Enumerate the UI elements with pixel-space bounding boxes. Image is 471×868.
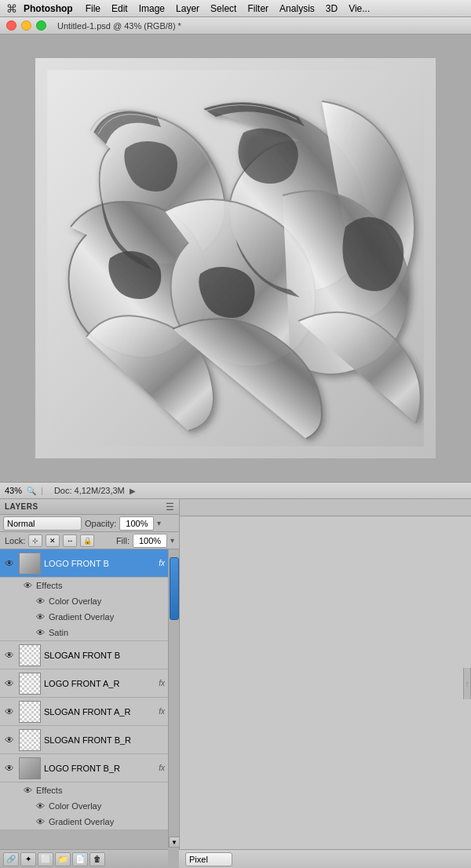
lock-row: Lock: ⊹ ✕ ↔ 🔒 Fill: ▾ (0, 532, 179, 549)
opacity-arrow-icon[interactable]: ▾ (157, 519, 161, 527)
layer-thumb-slogan-front-b (19, 644, 41, 666)
link-layers-button[interactable]: 🔗 (3, 852, 19, 866)
status-arrow-icon[interactable]: ▶ (130, 487, 136, 495)
layer-visibility-slogan-front-ar[interactable]: 👁 (3, 706, 16, 718)
menu-analysis[interactable]: Analysis (279, 3, 315, 14)
effects-header-eye-icon[interactable]: 👁 (22, 580, 33, 591)
layer-row-logo-front-br[interactable]: 👁 LOGO FRONT B_R fx ▲ (0, 754, 179, 782)
effect-gradient-overlay-row[interactable]: 👁 Gradient Overlay (0, 609, 179, 625)
bottom-bar: Pixel Percent cm (179, 849, 471, 868)
opacity-input[interactable] (119, 516, 154, 531)
layer-thumb-logo-front-br (19, 757, 41, 779)
gradient-overlay-label-br: Gradient Overlay (49, 817, 114, 826)
scrollbar-track (169, 549, 179, 848)
blend-mode-select[interactable]: Normal Multiply Screen (3, 516, 82, 531)
menu-3d[interactable]: 3D (326, 3, 338, 14)
effect-satin-row[interactable]: 👁 Satin (0, 625, 179, 640)
layers-panel-title: LAYERS (5, 502, 38, 511)
satin-eye-icon[interactable]: 👁 (35, 627, 46, 638)
right-panel: ⋮ (179, 499, 471, 868)
panel-resize-handle[interactable]: ⋮ (463, 668, 471, 699)
doc-size: Doc: 4,12M/23,3M (54, 486, 125, 495)
layer-row-slogan-front-b[interactable]: 👁 SLOGAN FRONT B (0, 641, 179, 669)
menu-filter[interactable]: Filter (247, 3, 268, 14)
fill-label: Fill: (116, 536, 130, 545)
layer-logo-front-b[interactable]: 👁 LOGO FRONT B fx ▲ 👁 Effects 👁 Color Ov… (0, 549, 179, 641)
lock-label: Lock: (5, 536, 25, 545)
maximize-button[interactable] (36, 20, 46, 31)
scrollbar-down-arrow[interactable]: ▼ (169, 837, 180, 848)
status-bar: 43% 🔍 | Doc: 4,12M/23,3M ▶ (0, 482, 471, 499)
effects-header-label-br: Effects (36, 786, 62, 795)
layers-panel: LAYERS ☰ Normal Multiply Screen Opacity:… (0, 499, 179, 868)
canvas-inner (35, 58, 436, 458)
menu-select[interactable]: Select (210, 3, 236, 14)
layer-visibility-slogan-front-b[interactable]: 👁 (3, 649, 16, 662)
effect-color-overlay-row[interactable]: 👁 Color Overlay (0, 593, 179, 609)
scrollbar-thumb[interactable] (170, 557, 179, 620)
menu-edit[interactable]: Edit (111, 3, 128, 14)
effects-group-logo-front-b: 👁 Effects 👁 Color Overlay 👁 Gradient Ove… (0, 578, 179, 641)
layer-row-slogan-front-br[interactable]: 👁 SLOGAN FRONT B_R (0, 726, 179, 754)
menu-items: File Edit Image Layer Select Filter Anal… (86, 3, 371, 14)
zoom-icon[interactable]: 🔍 (27, 487, 36, 495)
menu-layer[interactable]: Layer (176, 3, 199, 14)
status-separator: | (41, 486, 43, 495)
color-overlay-label: Color Overlay (49, 596, 101, 606)
canvas-area (0, 35, 471, 482)
color-overlay-eye-icon[interactable]: 👁 (35, 596, 46, 607)
layers-scrollbar[interactable]: ▲ ▼ (168, 549, 179, 848)
menu-image[interactable]: Image (139, 3, 165, 14)
layer-row-slogan-front-ar[interactable]: 👁 SLOGAN FRONT A_R fx ▼ (0, 698, 179, 726)
effect-gradient-overlay-row-br[interactable]: 👁 Gradient Overlay (0, 814, 179, 830)
app-name: Photoshop (24, 3, 73, 14)
new-group-button[interactable]: 📁 (55, 852, 71, 866)
blend-mode-row: Normal Multiply Screen Opacity: ▾ (0, 515, 179, 532)
color-overlay-eye-icon-br[interactable]: 👁 (35, 801, 46, 811)
delete-layer-button[interactable]: 🗑 (89, 852, 105, 866)
layer-name-slogan-front-br: SLOGAN FRONT B_R (44, 735, 176, 745)
add-style-button[interactable]: ✦ (20, 852, 36, 866)
opacity-label: Opacity: (85, 519, 116, 528)
effects-header-label: Effects (36, 581, 62, 590)
zoom-level: 43% (5, 486, 22, 495)
fill-arrow-icon[interactable]: ▾ (170, 536, 174, 545)
gradient-overlay-label: Gradient Overlay (49, 612, 114, 622)
close-button[interactable] (6, 20, 16, 31)
lock-position-button[interactable]: ⊹ (28, 534, 42, 547)
layer-thumb-slogan-front-br (19, 729, 41, 751)
layer-name-logo-front-b: LOGO FRONT B (44, 559, 154, 568)
gradient-overlay-eye-icon[interactable]: 👁 (35, 611, 46, 622)
new-layer-button[interactable]: 📄 (72, 852, 88, 866)
layer-visibility-logo-front-b[interactable]: 👁 (3, 557, 16, 570)
layer-logo-front-br-group[interactable]: 👁 LOGO FRONT B_R fx ▲ 👁 Effects 👁 Color … (0, 754, 179, 830)
layer-thumb-logo-front-ar (19, 673, 41, 695)
lock-move-button[interactable]: ↔ (63, 534, 77, 547)
unit-select[interactable]: Pixel Percent cm (185, 852, 232, 866)
effects-group-logo-front-br: 👁 Effects 👁 Color Overlay 👁 Gradient Ove… (0, 782, 179, 830)
layer-name-slogan-front-ar: SLOGAN FRONT A_R (44, 707, 154, 717)
apple-logo-icon[interactable]: ⌘ (6, 2, 17, 15)
effects-header-row[interactable]: 👁 Effects (0, 578, 179, 593)
menu-file[interactable]: File (86, 3, 100, 14)
layer-visibility-slogan-front-br[interactable]: 👁 (3, 734, 16, 746)
menu-view[interactable]: Vie... (349, 3, 370, 14)
color-overlay-label-br: Color Overlay (49, 801, 101, 811)
effects-header-eye-icon-br[interactable]: 👁 (22, 785, 33, 796)
layer-visibility-logo-front-ar[interactable]: 👁 (3, 677, 16, 690)
document-title: Untitled-1.psd @ 43% (RGB/8) * (57, 21, 181, 31)
lock-pixel-button[interactable]: ✕ (46, 534, 60, 547)
minimize-button[interactable] (21, 20, 31, 31)
effects-header-row-br[interactable]: 👁 Effects (0, 782, 179, 798)
lock-all-button[interactable]: 🔒 (80, 534, 94, 547)
layer-row-logo-front-ar[interactable]: 👁 LOGO FRONT A_R fx ▼ (0, 669, 179, 698)
layers-panel-header: LAYERS ☰ (0, 499, 179, 515)
layer-visibility-logo-front-br[interactable]: 👁 (3, 762, 16, 775)
layers-panel-menu-icon[interactable]: ☰ (166, 501, 174, 512)
add-mask-button[interactable]: ⬜ (38, 852, 53, 866)
fill-input[interactable] (133, 534, 167, 548)
layer-row-logo-front-b[interactable]: 👁 LOGO FRONT B fx ▲ (0, 549, 179, 578)
effect-color-overlay-row-br[interactable]: 👁 Color Overlay (0, 798, 179, 814)
satin-label: Satin (49, 628, 68, 637)
gradient-overlay-eye-icon-br[interactable]: 👁 (35, 816, 46, 827)
